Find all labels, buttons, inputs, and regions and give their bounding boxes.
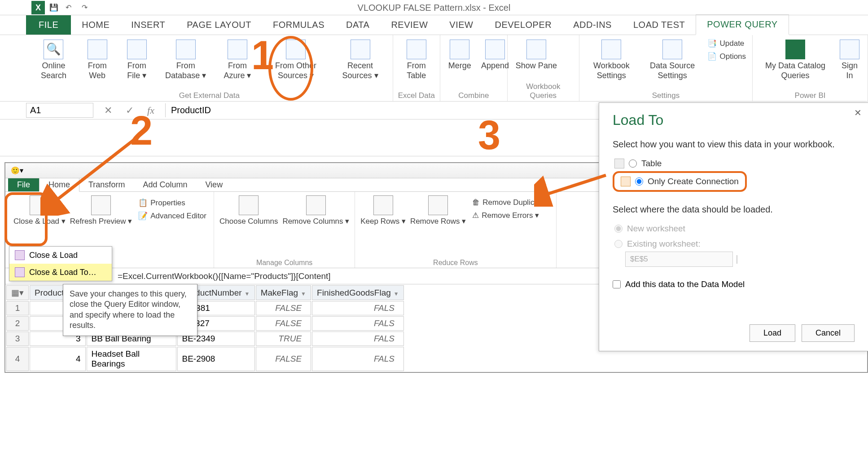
recent-sources-button[interactable]: Recent Sources ▾ [332, 38, 388, 82]
label: From Database ▾ [162, 61, 209, 80]
tab-page-layout[interactable]: PAGE LAYOUT [176, 15, 262, 35]
tab-addins[interactable]: ADD-INS [562, 15, 623, 35]
filter-icon[interactable]: ▼ [245, 291, 250, 297]
undo-icon[interactable]: ↶ [66, 3, 75, 12]
group-label-power-bi: Power BI [757, 89, 863, 100]
qe-tab-view[interactable]: View [196, 178, 232, 191]
data-source-settings-button[interactable]: Data Source Settings [642, 38, 703, 82]
label: From Azure ▾ [219, 61, 255, 80]
tab-review[interactable]: REVIEW [380, 15, 438, 35]
cell: FALSE [256, 316, 311, 331]
remove-errors-button[interactable]: ⚠ Remove Errors ▾ [470, 210, 550, 221]
col-finishedgoods[interactable]: FinishedGoodsFlag▼ [312, 285, 404, 300]
merge-icon [450, 40, 469, 59]
tab-home[interactable]: HOME [71, 15, 120, 35]
tab-power-query[interactable]: POWER QUERY [696, 14, 789, 35]
cancel-formula-icon[interactable]: ✕ [104, 105, 112, 116]
label: Existing worksheet: [627, 239, 701, 249]
label: Advanced Editor [150, 212, 206, 221]
workbook-settings-button[interactable]: Workbook Settings [584, 38, 639, 82]
qe-tab-file[interactable]: File [8, 178, 39, 191]
label: Only Create Connection [648, 177, 739, 186]
qe-smiley-icon[interactable]: 🙂▾ [11, 166, 23, 175]
cancel-button[interactable]: Cancel [802, 324, 855, 342]
label: Show Pane [516, 61, 557, 71]
table-icon [614, 159, 624, 168]
quick-access-toolbar: X 💾 ↶ ↷ [0, 0, 868, 15]
radio-new-worksheet: New worksheet [613, 221, 855, 236]
from-database-button[interactable]: From Database ▾ [158, 38, 213, 82]
radio-table-input[interactable] [629, 159, 637, 168]
label: Sign In [840, 61, 859, 80]
remove-duplicates-button[interactable]: 🗑 Remove Duplicates [470, 197, 550, 208]
online-search-button[interactable]: Online Search [31, 38, 77, 82]
label: From Other Sources ▾ [266, 61, 326, 80]
tab-data[interactable]: DATA [335, 15, 380, 35]
highlight-connection: Only Create Connection [613, 171, 747, 192]
remove-cols-icon [306, 195, 326, 215]
add-to-data-model[interactable]: Add this data to the Data Model [613, 279, 855, 289]
fx-icon[interactable]: fx [147, 105, 154, 116]
close-icon[interactable]: ✕ [854, 107, 862, 118]
tab-load-test[interactable]: LOAD TEST [623, 15, 696, 35]
label: Update [719, 39, 744, 48]
radio-only-connection[interactable]: Only Create Connection [619, 174, 741, 189]
qe-tab-add-column[interactable]: Add Column [134, 178, 196, 191]
from-other-sources-button[interactable]: From Other Sources ▾ [262, 38, 330, 82]
options-button[interactable]: 📄 Options [706, 51, 748, 62]
close-load-to-tooltip: Save your changes to this query, close t… [63, 284, 197, 336]
advanced-editor-button[interactable]: 📝 Advanced Editor [136, 210, 208, 221]
col-makeflag[interactable]: MakeFlag▼ [256, 285, 311, 300]
radio-existing-worksheet: Existing worksheet: [613, 236, 855, 252]
qe-tab-home[interactable]: Home [39, 178, 79, 192]
qe-tab-transform[interactable]: Transform [79, 178, 134, 191]
merge-button[interactable]: Merge [445, 38, 475, 73]
label: Choose Columns [219, 217, 278, 226]
table-row[interactable]: 44Headset Ball BearingsBE-2908FALSEFALS [6, 347, 404, 371]
row-header-icon[interactable]: ▦▾ [6, 285, 29, 300]
keep-rows-button[interactable]: Keep Rows ▾ [360, 195, 406, 226]
label: Remove Rows ▾ [410, 217, 466, 226]
from-web-button[interactable]: From Web [79, 38, 115, 82]
label: Close & Load To… [29, 268, 96, 277]
tab-developer[interactable]: DEVELOPER [484, 15, 562, 35]
save-icon[interactable]: 💾 [49, 3, 58, 12]
radio-connection-input[interactable] [635, 177, 643, 186]
my-data-catalog-button[interactable]: My Data Catalog Queries [757, 38, 833, 82]
from-table-button[interactable]: From Table [398, 38, 435, 82]
remove-columns-button[interactable]: Remove Columns ▾ [282, 195, 349, 226]
cell: FALS [312, 332, 404, 346]
label: Online Search [34, 61, 73, 80]
name-box[interactable] [26, 103, 93, 118]
close-and-load-button[interactable]: Close & Load ▾ [13, 195, 66, 226]
from-azure-button[interactable]: From Azure ▾ [215, 38, 259, 82]
properties-button[interactable]: 📋 Properties [136, 197, 208, 208]
tab-formulas[interactable]: FORMULAS [262, 15, 335, 35]
choose-columns-button[interactable]: Choose Columns [219, 195, 278, 226]
redo-icon[interactable]: ↷ [82, 3, 91, 12]
radio-table[interactable]: Table [613, 156, 855, 171]
label: Workbook Settings [587, 61, 636, 80]
where-prompt: Select where the data should be loaded. [613, 204, 855, 215]
filter-icon[interactable]: ▼ [301, 291, 306, 297]
data-model-checkbox[interactable] [613, 280, 621, 288]
label: Properties [150, 199, 185, 208]
label: From Web [83, 61, 112, 80]
refresh-preview-button[interactable]: Refresh Preview ▾ [70, 195, 132, 226]
update-button[interactable]: 📑 Update [706, 38, 748, 49]
tab-insert[interactable]: INSERT [120, 15, 176, 35]
filter-icon[interactable]: ▼ [394, 291, 399, 297]
close-and-load-to-item[interactable]: Close & Load To… [9, 264, 112, 281]
enter-formula-icon[interactable]: ✓ [126, 105, 134, 116]
close-load-icon [30, 195, 49, 215]
close-and-load-item[interactable]: Close & Load [9, 247, 112, 264]
sign-in-button[interactable]: Sign In [836, 38, 863, 82]
tab-file[interactable]: FILE [26, 15, 71, 35]
label: From Table [401, 61, 432, 80]
load-button[interactable]: Load [750, 324, 795, 342]
from-file-button[interactable]: From File ▾ [118, 38, 156, 82]
show-pane-button[interactable]: Show Pane [512, 38, 561, 73]
tab-view[interactable]: VIEW [438, 15, 484, 35]
label: Recent Sources ▾ [336, 61, 384, 80]
remove-rows-button[interactable]: Remove Rows ▾ [410, 195, 466, 226]
